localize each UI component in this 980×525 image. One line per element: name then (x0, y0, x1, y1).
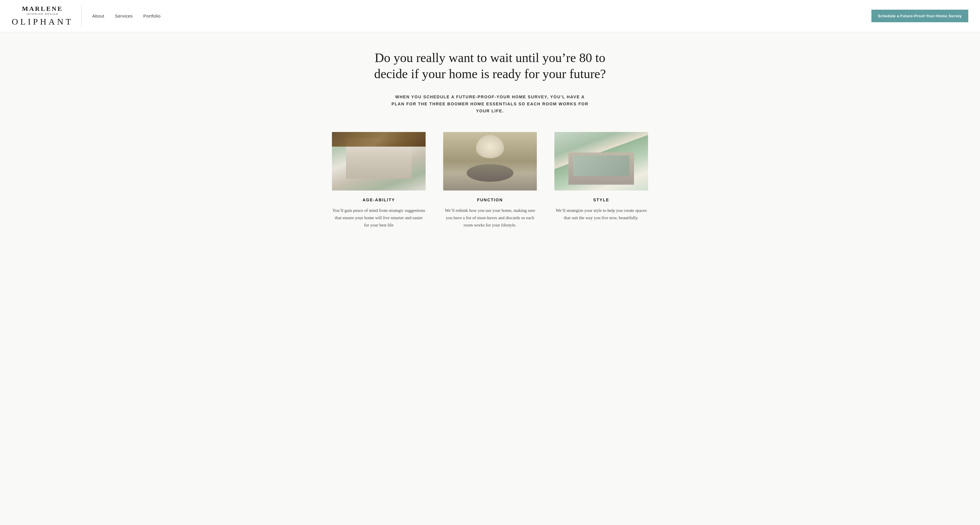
living-room-photo (554, 132, 648, 191)
function-description: We’ll rethink how you use your home, mak… (443, 207, 537, 229)
bathroom-photo (332, 132, 426, 191)
nav-link-portfolio[interactable]: Portfolio (143, 13, 161, 18)
logo-oliphant: OLIPHANT (12, 16, 73, 27)
logo-marlene: MARLENE (22, 5, 63, 13)
column-function: FUNCTION We’ll rethink how you use your … (443, 132, 537, 229)
column-style: STYLE We’ll strategize your style to hel… (554, 132, 648, 221)
kitchen-photo (443, 132, 537, 191)
age-ability-title: AGE-ABILITY (363, 197, 395, 202)
nav-left: MARLENE INTERIOR DESIGN OLIPHANT About S… (12, 5, 161, 27)
function-title: FUNCTION (477, 197, 503, 202)
navigation: MARLENE INTERIOR DESIGN OLIPHANT About S… (0, 0, 980, 32)
style-description: We’ll strategize your style to help you … (554, 207, 648, 221)
nav-links: About Services Portfolio (82, 13, 161, 18)
feature-columns: AGE-ABILITY You’ll gain peace of mind fr… (326, 132, 654, 229)
age-ability-description: You’ll gain peace of mind from strategic… (332, 207, 426, 229)
cta-button[interactable]: Schedule a Future-Proof-Your-Home Survey (872, 10, 968, 22)
nav-link-about[interactable]: About (92, 13, 104, 18)
subheadline: WHEN YOU SCHEDULE A FUTURE-PROOF-YOUR HO… (390, 94, 590, 115)
logo-interior-design: INTERIOR DESIGN (26, 13, 59, 16)
headline: Do you really want to wait until you’re … (370, 50, 610, 82)
column-age-ability: AGE-ABILITY You’ll gain peace of mind fr… (332, 132, 426, 229)
age-ability-image (332, 132, 426, 191)
function-image (443, 132, 537, 191)
style-image (554, 132, 648, 191)
style-title: STYLE (593, 197, 609, 202)
main-content: Do you really want to wait until you’re … (314, 32, 666, 252)
nav-link-services[interactable]: Services (115, 13, 133, 18)
logo: MARLENE INTERIOR DESIGN OLIPHANT (12, 5, 82, 27)
